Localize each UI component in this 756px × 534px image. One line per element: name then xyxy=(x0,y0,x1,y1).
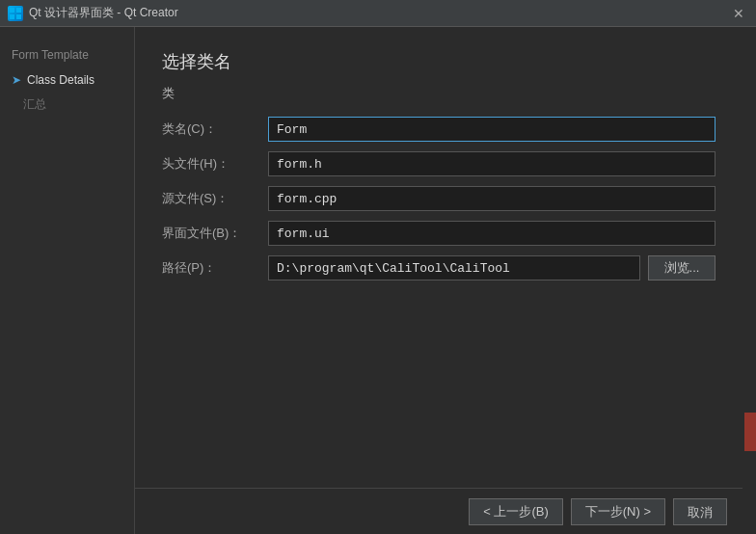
app-logo xyxy=(8,6,23,21)
field-cell-classname xyxy=(268,112,716,147)
prev-button[interactable]: < 上一步(B) xyxy=(469,498,563,525)
svg-rect-3 xyxy=(16,14,21,19)
sidebar-label-class-details: Class Details xyxy=(27,73,94,87)
title-bar-left: Qt 设计器界面类 - Qt Creator xyxy=(8,5,178,21)
field-cell-header xyxy=(268,147,716,181)
active-arrow-icon: ➤ xyxy=(12,73,21,87)
svg-rect-1 xyxy=(16,8,21,13)
path-input-wrap: 浏览... xyxy=(268,255,716,280)
header-input[interactable] xyxy=(268,151,716,176)
title-bar: Qt 设计器界面类 - Qt Creator ✕ xyxy=(0,0,756,27)
bottom-bar: < 上一步(B) 下一步(N) > 取消 xyxy=(135,488,742,534)
sidebar-item-class-details[interactable]: ➤ Class Details xyxy=(0,67,134,93)
field-label-header: 头文件(H)： xyxy=(162,147,268,181)
field-cell-path: 浏览... xyxy=(268,251,716,285)
close-button[interactable]: ✕ xyxy=(729,4,748,23)
svg-rect-2 xyxy=(10,14,14,19)
sidebar: Form Template ➤ Class Details 汇总 xyxy=(0,27,135,534)
field-label-ui: 界面文件(B)： xyxy=(162,216,268,251)
right-side-bar xyxy=(742,27,756,534)
table-row: 路径(P)： 浏览... xyxy=(162,251,716,285)
field-cell-ui xyxy=(268,216,716,251)
sidebar-item-form-template[interactable]: Form Template xyxy=(0,42,134,67)
table-row: 界面文件(B)： xyxy=(162,216,716,251)
table-row: 类名(C)： xyxy=(162,112,716,147)
page-title: 选择类名 xyxy=(162,50,716,73)
table-row: 源文件(S)： xyxy=(162,181,716,216)
red-mark xyxy=(744,413,756,451)
sidebar-label-summary: 汇总 xyxy=(23,97,46,111)
browse-button[interactable]: 浏览... xyxy=(648,255,716,280)
classname-input[interactable] xyxy=(268,117,716,142)
sidebar-item-summary[interactable]: 汇总 xyxy=(0,93,134,117)
path-input[interactable] xyxy=(268,255,640,280)
source-input[interactable] xyxy=(268,186,716,211)
main-container: Form Template ➤ Class Details 汇总 选择类名 类 … xyxy=(0,27,756,534)
cancel-button[interactable]: 取消 xyxy=(673,498,727,525)
window-title: Qt 设计器界面类 - Qt Creator xyxy=(29,5,178,21)
next-button[interactable]: 下一步(N) > xyxy=(571,498,665,525)
ui-input[interactable] xyxy=(268,221,716,246)
table-row: 头文件(H)： xyxy=(162,147,716,181)
form-table: 类名(C)： 头文件(H)： 源文件(S)： xyxy=(162,112,716,285)
svg-rect-0 xyxy=(10,8,14,13)
field-cell-source xyxy=(268,181,716,216)
section-label: 类 xyxy=(162,85,716,102)
field-label-source: 源文件(S)： xyxy=(162,181,268,216)
field-label-path: 路径(P)： xyxy=(162,251,268,285)
field-label-classname: 类名(C)： xyxy=(162,112,268,147)
content-area: 选择类名 类 类名(C)： 头文件(H)： xyxy=(135,27,742,534)
sidebar-label-form-template: Form Template xyxy=(12,48,89,62)
